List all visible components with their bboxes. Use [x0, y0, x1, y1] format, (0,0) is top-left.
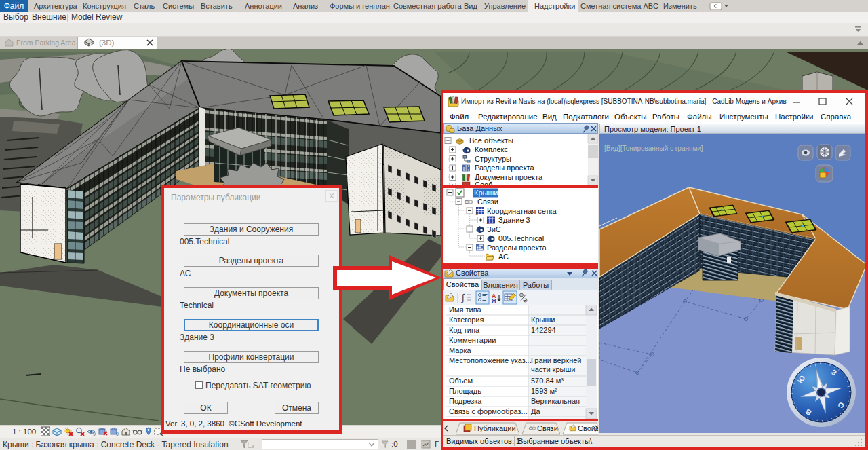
svg-text:Имя типа: Имя типа [449, 305, 482, 314]
svg-text:Площадь: Площадь [449, 387, 481, 395]
svg-text:Код типа: Код типа [449, 326, 480, 334]
svg-text:Все объекты: Все объекты [469, 136, 513, 145]
svg-text:Связь с формообраз...: Связь с формообраз... [449, 407, 528, 415]
svg-text:Документы проекта: Документы проекта [475, 173, 543, 181]
svg-text:Вертикальная: Вертикальная [531, 397, 580, 405]
svg-text:9: 9 [116, 432, 119, 436]
svg-text:Местоположение указ...: Местоположение указ... [449, 356, 532, 364]
svg-text:Да: Да [531, 407, 540, 415]
svg-text:части крыши: части крыши [531, 365, 575, 373]
svg-text:Подрезка: Подрезка [449, 397, 482, 405]
svg-text:570.84 м³: 570.84 м³ [531, 377, 564, 385]
svg-text:1593 м²: 1593 м² [531, 387, 557, 395]
svg-text:Здание 3: Здание 3 [498, 216, 530, 224]
svg-text:Структуры: Структуры [475, 155, 511, 163]
svg-text:Комментарии: Комментарии [449, 336, 496, 344]
svg-text:Связи: Связи [537, 424, 558, 432]
svg-text:АС: АС [498, 252, 509, 261]
svg-text:Связи: Связи [477, 198, 498, 206]
svg-text:Крыши: Крыши [531, 316, 555, 324]
svg-text:142294: 142294 [531, 326, 556, 334]
svg-text:Координатная сетка: Координатная сетка [487, 207, 557, 215]
svg-text:Грани верхней: Грани верхней [531, 356, 582, 364]
svg-text:ЗиС: ЗиС [487, 225, 501, 233]
svg-text:[Вид][Тонированный с гранями]: [Вид][Тонированный с гранями] [604, 145, 703, 152]
svg-text:Я: Я [492, 297, 496, 304]
svg-text:9: 9 [93, 432, 96, 436]
svg-text:005.Technical: 005.Technical [498, 234, 544, 242]
svg-text:1: 1 [475, 210, 479, 217]
svg-text:Сооб: Сооб [475, 181, 492, 185]
svg-text:Объем: Объем [449, 377, 473, 385]
svg-text:Публикации: Публикации [474, 424, 516, 432]
svg-text:Разделы проекта: Разделы проекта [487, 244, 547, 252]
svg-text:Свойс: Свойс [578, 424, 599, 432]
svg-text:Разделы проекта: Разделы проекта [475, 164, 534, 172]
svg-text:Крыши: Крыши [474, 189, 498, 197]
svg-text:Комплекс: Комплекс [475, 145, 509, 153]
svg-text:Категория: Категория [449, 316, 484, 324]
svg-text:Марка: Марка [449, 346, 472, 354]
